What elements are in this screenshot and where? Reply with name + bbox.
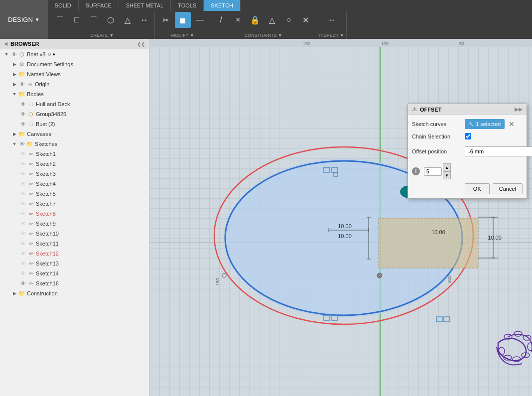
dimension-icon[interactable]: ↔	[136, 12, 152, 28]
tree-item-sketch5[interactable]: 👁 ✏ Sketch5	[0, 189, 149, 199]
mini-spinner-up[interactable]: ▲	[443, 163, 451, 171]
tree-arrow-origin[interactable]: ▶	[11, 81, 18, 88]
x-icon[interactable]: ✕	[298, 12, 314, 28]
eye-sketch5[interactable]: 👁	[19, 190, 27, 198]
eye-sketch16[interactable]: 👁	[19, 279, 27, 287]
tab-solid[interactable]: SOLID	[48, 0, 79, 11]
sketch-curves-label: Sketch curves	[412, 121, 462, 127]
mini-input-row: ▲ ▼	[424, 163, 451, 179]
diagonal-icon[interactable]: /	[213, 12, 229, 28]
mini-value-input[interactable]	[424, 167, 442, 176]
tree-item-sketch10[interactable]: 👁 ✏ Sketch10	[0, 229, 149, 239]
eye-sketch9[interactable]: 👁	[19, 220, 27, 228]
arc-icon[interactable]: ⌒	[52, 12, 68, 28]
line-icon[interactable]: —	[192, 12, 208, 28]
tree-arrow-bodies[interactable]: ▼	[11, 91, 18, 98]
tree-item-doc-settings[interactable]: ▶ ⚙ Document Settings	[0, 59, 149, 69]
tree-item-sketch12[interactable]: 👁 ✏ Sketch12	[0, 249, 149, 259]
polygon-icon[interactable]: ⬡	[103, 12, 119, 28]
info-icon[interactable]: i	[412, 167, 420, 175]
sketch-icon-11: ✏	[27, 240, 35, 248]
canvas-area[interactable]: 10.00 10.00 10.00 10.00 50 100 150 200 1…	[149, 39, 532, 396]
design-button[interactable]: DESIGN ▼	[0, 0, 48, 39]
tree-item-origin[interactable]: ▶ 👁 ⊕ Origin	[0, 79, 149, 89]
cancel-button[interactable]: Cancel	[493, 183, 523, 194]
lock-icon[interactable]: 🔒	[247, 12, 263, 28]
tree-item-sketch16[interactable]: 👁 ✏ Sketch16	[0, 278, 149, 288]
mini-spinner-down[interactable]: ▼	[443, 171, 451, 179]
tree-item-sketch4[interactable]: 👁 ✏ Sketch4	[0, 179, 149, 189]
selected-button[interactable]: ↖ 1 selected	[465, 119, 505, 129]
eye-sketch1[interactable]: 👁	[19, 150, 27, 158]
eye-sketch11[interactable]: 👁	[19, 240, 27, 248]
offset-tool-icon[interactable]: ◼	[175, 12, 191, 28]
eye-hull[interactable]: 👁	[19, 100, 27, 108]
chain-selection-checkbox[interactable]	[465, 133, 471, 139]
browser-expand-icon[interactable]: ❮❮	[137, 41, 145, 47]
rect-icon[interactable]: □	[69, 12, 85, 28]
eye-sketch4[interactable]: 👁	[19, 180, 27, 188]
tree-arrow-canvases[interactable]: ▶	[11, 131, 18, 137]
angle-icon[interactable]: △	[264, 12, 280, 28]
offset-expand-icon[interactable]: ▶▶	[515, 107, 523, 112]
tree-item-group34825[interactable]: 👁 ⬡ Group34825	[0, 109, 149, 119]
eye-origin[interactable]: 👁	[18, 80, 26, 88]
eye-group[interactable]: 👁	[19, 110, 27, 118]
tree-item-hull-deck[interactable]: 👁 □ Hull and Deck	[0, 99, 149, 109]
tab-tools[interactable]: TOOLS	[171, 0, 204, 11]
triangle-icon[interactable]: △	[120, 12, 135, 28]
tree-arrow-sketches[interactable]: ▼	[11, 140, 18, 147]
offset-position-input[interactable]	[465, 146, 532, 156]
tree-item-sketch14[interactable]: 👁 ✏ Sketch14	[0, 268, 149, 278]
tree-item-sketch9[interactable]: 👁 ✏ Sketch9	[0, 219, 149, 229]
tree-arrow-construction[interactable]: ▶	[11, 290, 18, 297]
settings-dot-icon[interactable]: ⚙	[47, 52, 51, 57]
tree-arrow-views[interactable]: ▶	[11, 71, 18, 78]
horizontal-axis-line	[149, 242, 532, 243]
tab-surface[interactable]: SURFACE	[79, 0, 119, 11]
eye-sketch12[interactable]: 👁	[19, 250, 27, 258]
measure-icon[interactable]: ↔	[324, 12, 340, 28]
sketch3-label: Sketch3	[36, 171, 56, 177]
tree-item-named-views[interactable]: ▶ 📁 Named Views	[0, 69, 149, 79]
curve-icon[interactable]: ⌒	[86, 12, 102, 28]
tree-item-sketch11[interactable]: 👁 ✏ Sketch11	[0, 239, 149, 249]
tree-item-sketch3[interactable]: 👁 ✏ Sketch3	[0, 169, 149, 179]
ok-button[interactable]: OK	[465, 183, 490, 194]
tree-item-bodies[interactable]: ▼ 📁 Bodies	[0, 89, 149, 99]
cross-icon[interactable]: ×	[230, 12, 246, 28]
eye-sketch2[interactable]: 👁	[19, 160, 27, 168]
tab-sheet-metal[interactable]: SHEET METAL	[119, 0, 171, 11]
tab-sketch[interactable]: SKETCH	[204, 0, 241, 11]
tree-item-sketches[interactable]: ▼ 👁 📁 Sketches	[0, 139, 149, 149]
tree-item-construction[interactable]: ▶ 📁 Construction	[0, 288, 149, 298]
tree-arrow-boat[interactable]: ▼	[3, 51, 10, 58]
tree-item-sketch8[interactable]: 👁 ✏ Sketch8	[0, 209, 149, 219]
tree-item-boat-v8[interactable]: ▼ 👁 ⬡ Boat v8 ⚙ ●	[0, 49, 149, 59]
eye-bust[interactable]: 👁	[19, 120, 27, 128]
eye-sketch10[interactable]: 👁	[19, 230, 27, 238]
browser-panel: ◀ BROWSER ❮❮ ▼ 👁 ⬡ Boat v8 ⚙ ● ▶ ⚙ Docum…	[0, 39, 149, 396]
eye-sketch13[interactable]: 👁	[19, 260, 27, 267]
tree-item-sketch13[interactable]: 👁 ✏ Sketch13	[0, 259, 149, 268]
tree-item-bust2[interactable]: 👁 □ Bust (2)	[0, 119, 149, 129]
collapse-icon[interactable]: ◀	[4, 41, 7, 46]
eye-sketches[interactable]: 👁	[18, 140, 26, 148]
tree-item-sketch2[interactable]: 👁 ✏ Sketch2	[0, 159, 149, 169]
eye-sketch14[interactable]: 👁	[19, 269, 27, 277]
mesh-icon: ⬡	[27, 110, 35, 118]
scissors-icon[interactable]: ✂	[158, 12, 174, 28]
clear-selection-button[interactable]: ✕	[508, 119, 516, 129]
sketch14-label: Sketch14	[36, 270, 59, 276]
sketches-label: Sketches	[35, 141, 57, 147]
tree-item-sketch1[interactable]: 👁 ✏ Sketch1	[0, 149, 149, 159]
circle-c-icon[interactable]: ○	[281, 12, 297, 28]
tree-arrow-doc[interactable]: ▶	[11, 61, 18, 68]
tree-item-sketch7[interactable]: 👁 ✏ Sketch7	[0, 199, 149, 209]
eye-sketch3[interactable]: 👁	[19, 170, 27, 178]
group-label-item: Group34825	[36, 111, 66, 117]
eye-boat[interactable]: 👁	[10, 50, 18, 58]
eye-sketch8[interactable]: 👁	[19, 210, 27, 218]
eye-sketch7[interactable]: 👁	[19, 200, 27, 208]
tree-item-canvases[interactable]: ▶ 📁 Canvases	[0, 129, 149, 139]
